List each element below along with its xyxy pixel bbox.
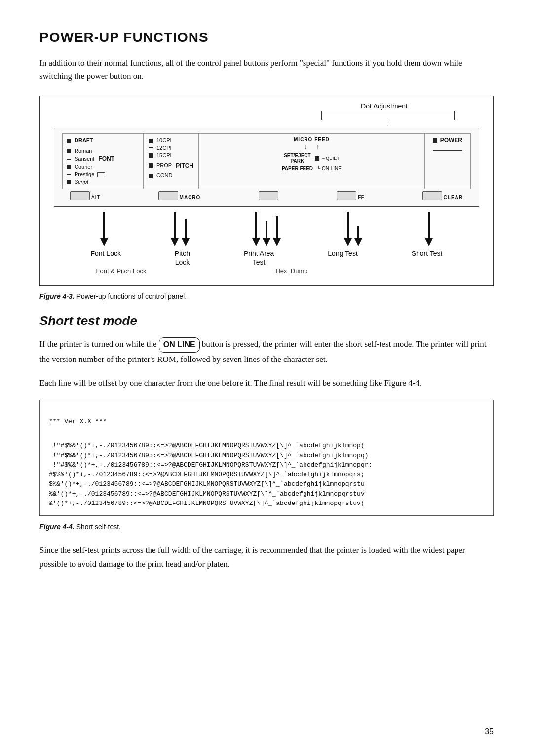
labels-row: Font Lock PitchLock Print AreaTest Long … bbox=[54, 246, 479, 267]
prestige-item: Prestige bbox=[67, 171, 138, 178]
macro-area: MACRO bbox=[158, 191, 201, 200]
long-test-arrows bbox=[344, 212, 362, 246]
dot-adjustment-line bbox=[387, 120, 388, 126]
prop-item: PROP PITCH bbox=[149, 162, 193, 170]
figure2-label: Figure 4-4. bbox=[39, 523, 75, 531]
power-label: POWER bbox=[433, 137, 462, 144]
code-line-1: !"#$%&'()*+,-./0123456789::<=>?@ABCDEFGH… bbox=[49, 442, 372, 507]
section2-title: Short test mode bbox=[39, 313, 494, 328]
micro-feed-arrow: ↓ ↑ bbox=[304, 143, 319, 151]
long-test-label: Long Test bbox=[328, 249, 357, 267]
center-btn[interactable] bbox=[259, 191, 278, 200]
power-line bbox=[433, 150, 462, 151]
12cpi-item: 12CPI bbox=[149, 144, 193, 152]
dot-adjustment-bracket bbox=[321, 111, 455, 120]
micro-feed-label: MICRO FEED bbox=[294, 137, 330, 142]
on-line-button-ref: ON LINE bbox=[159, 337, 200, 352]
sub-labels-row: Font & Pitch Lock Hex. Dump bbox=[54, 267, 479, 281]
short-test-btn[interactable] bbox=[422, 191, 442, 200]
code-box: *** Ver X.X *** !"#$%&'()*+,-./012345678… bbox=[39, 400, 494, 516]
print-area-label: Print AreaTest bbox=[244, 249, 274, 267]
pitch-btn[interactable] bbox=[158, 191, 178, 200]
clear-area: CLEAR bbox=[422, 191, 463, 200]
buttons-row: ALT MACRO FF CLEAR bbox=[62, 189, 471, 202]
dot-adjustment-label: Dot Adjustment bbox=[361, 102, 408, 110]
intro-text: In addition to their normal functions, a… bbox=[39, 56, 484, 83]
center-section: MICRO FEED ↓ ↑ SET/EJECTPARK – QUIET PAP… bbox=[199, 133, 424, 189]
font-section: DRAFT Roman Sanserif FONT Courier Presti… bbox=[62, 133, 144, 189]
diagram-box: Dot Adjustment DRAFT Roman Sanserif FONT… bbox=[39, 96, 494, 286]
font-lock-label: Font Lock bbox=[90, 249, 120, 267]
paper-feed-label: PAPER FEED bbox=[282, 166, 313, 171]
pitch-lock-arrows bbox=[171, 212, 190, 246]
short-test-label: Short Test bbox=[412, 249, 443, 267]
draft-item: DRAFT bbox=[67, 137, 138, 144]
15cpi-item: 15CPI bbox=[149, 152, 193, 159]
script-item: Script bbox=[67, 179, 138, 186]
diagram-inner: Dot Adjustment DRAFT Roman Sanserif FONT… bbox=[40, 96, 493, 285]
set-eject-label: SET/EJECTPARK bbox=[284, 153, 310, 164]
cond-item: COND bbox=[149, 172, 193, 179]
figure1-label: Figure 4-3. bbox=[39, 292, 75, 300]
courier-item: Courier bbox=[67, 163, 138, 171]
alt-label: ALT bbox=[70, 191, 100, 200]
print-area-arrows bbox=[252, 212, 281, 246]
figure2-caption: Figure 4-4. Short self-test. bbox=[39, 523, 494, 531]
printer-panel: DRAFT Roman Sanserif FONT Courier Presti… bbox=[54, 128, 479, 207]
quiet-label: – QUIET bbox=[315, 156, 340, 161]
power-section: POWER bbox=[425, 133, 471, 189]
sanserif-item: Sanserif FONT bbox=[67, 155, 138, 163]
10cpi-item: 10CPI bbox=[149, 137, 193, 144]
hex-dump-label: Hex. Dump bbox=[275, 267, 307, 276]
page-number: 35 bbox=[485, 727, 494, 736]
short-test-para1: If the printer is turned on while the ON… bbox=[39, 337, 494, 366]
short-test-para2: Each line will be offset by one characte… bbox=[39, 376, 494, 390]
font-pitch-lock-label: Font & Pitch Lock bbox=[96, 267, 147, 276]
bottom-rule bbox=[39, 586, 494, 586]
code-ver-line: *** Ver X.X *** bbox=[49, 417, 484, 427]
figure2-text: Short self-test. bbox=[76, 523, 121, 531]
figure1-text: Power-up functions of control panel. bbox=[76, 292, 187, 300]
long-test-btn[interactable] bbox=[337, 191, 356, 200]
short-test-arrow bbox=[425, 212, 433, 246]
on-line-label: └ ON LINE bbox=[317, 166, 342, 171]
ff-area: FF bbox=[337, 191, 364, 200]
roman-item: Roman bbox=[67, 147, 138, 155]
para3-text: Since the self-test prints across the fu… bbox=[39, 543, 494, 571]
page-title: POWER-UP FUNCTIONS bbox=[39, 30, 494, 45]
font-lock-arrow bbox=[100, 212, 108, 246]
para1-start: If the printer is turned on while the bbox=[39, 340, 156, 349]
pitch-lock-label: PitchLock bbox=[175, 249, 190, 267]
pitch-section: 10CPI 12CPI 15CPI PROP PITCH COND bbox=[144, 133, 199, 189]
arrows-section: Font Lock PitchLock Print AreaTest Long … bbox=[49, 212, 484, 285]
figure1-caption: Figure 4-3. Power-up functions of contro… bbox=[39, 292, 494, 300]
font-lock-btn[interactable] bbox=[70, 191, 90, 200]
